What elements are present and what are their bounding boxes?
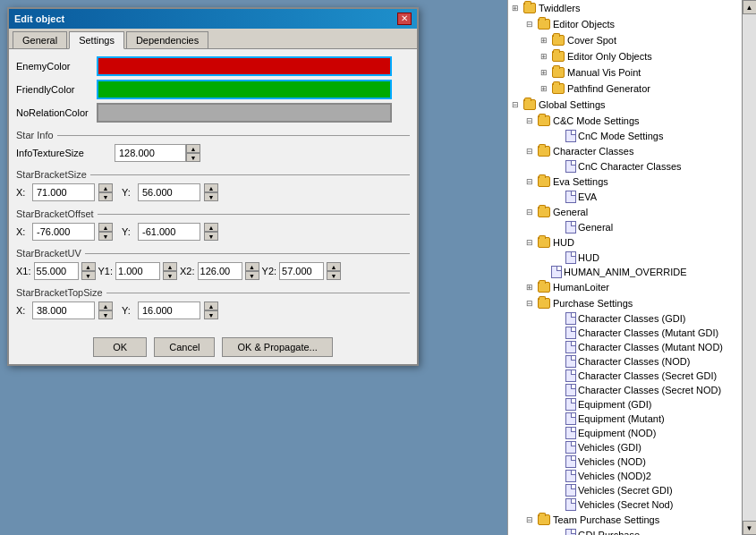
no-relation-color-swatch[interactable] [97,103,392,123]
collapse-icon[interactable]: ⊟ [522,205,537,219]
spin-down[interactable]: ▼ [204,192,218,201]
tab-settings[interactable]: Settings [69,31,124,49]
cancel-button[interactable]: Cancel [154,337,215,357]
tree-item-global-settings[interactable]: ⊟Global Settings [508,97,756,113]
collapse-icon[interactable]: ⊟ [522,513,537,527]
tree-label: Team Purchase Settings [553,514,659,525]
bracket-size-y-input[interactable] [138,183,200,201]
tree-label: Cover Spot [567,35,616,46]
tree-item-purchase-settings[interactable]: ⊟Purchase Settings [508,295,756,311]
ok-button[interactable]: OK [93,337,147,357]
tree-item-eva[interactable]: EVA [508,190,756,204]
tree-item-equipment-gdi[interactable]: Equipment (GDI) [508,397,756,412]
collapse-icon[interactable]: ⊟ [522,144,537,158]
tree-item-hud-folder[interactable]: ⊟HUD [508,234,756,251]
spin-up[interactable]: ▲ [204,223,218,232]
tree-item-human-anim-override[interactable]: HUMAN_ANIM_OVERRIDE [508,265,756,279]
tree-label: GDI Purchase [578,530,640,535]
spin-up[interactable]: ▲ [204,301,218,310]
spin-up[interactable]: ▲ [98,223,113,232]
tree-item-equipment-mutant[interactable]: Equipment (Mutant) [508,412,756,426]
tree-item-vehicles-nod[interactable]: Vehicles (NOD) [508,454,756,469]
tree-scrollbar[interactable]: ▲ ▼ [742,0,756,535]
tree-item-character-classes-mutant-gdi[interactable]: Character Classes (Mutant GDI) [508,326,756,340]
tree-item-eva-settings[interactable]: ⊟Eva Settings [508,174,756,190]
tree-item-equipment-nod[interactable]: Equipment (NOD) [508,426,756,440]
spin-up[interactable]: ▲ [186,144,200,153]
spin-down[interactable]: ▼ [186,153,200,162]
bracket-size-x-input[interactable] [32,183,95,201]
tree-item-vehicles-gdi[interactable]: Vehicles (GDI) [508,440,756,454]
spin-up[interactable]: ▲ [81,262,96,271]
spin-down[interactable]: ▼ [98,310,113,319]
spin-up[interactable]: ▲ [204,183,218,192]
y2-input[interactable] [279,262,324,280]
collapse-icon[interactable]: ⊟ [522,296,537,310]
spin-down[interactable]: ▼ [98,232,113,241]
y1-input[interactable] [115,262,160,280]
spin-down[interactable]: ▼ [327,271,341,280]
collapse-icon[interactable]: ⊟ [522,114,537,128]
expand-icon[interactable]: ⊞ [537,33,551,47]
spin-up[interactable]: ▲ [245,262,259,271]
top-x-input[interactable] [32,301,95,319]
collapse-icon[interactable]: ⊟ [522,17,537,31]
spin-up[interactable]: ▲ [98,301,113,310]
bracket-offset-x-input[interactable] [32,223,95,241]
spin-down[interactable]: ▼ [204,232,218,241]
ok-propagate-button[interactable]: OK & Propagate... [222,337,332,357]
tree-item-character-classes-mutant-nod[interactable]: Character Classes (Mutant NOD) [508,340,756,354]
spin-down[interactable]: ▼ [98,192,113,201]
tree-item-character-classes-secret-nod[interactable]: Character Classes (Secret NOD) [508,383,756,397]
tree-item-general[interactable]: ⊟General [508,204,756,220]
tree-item-hud-doc[interactable]: HUD [508,251,756,265]
tab-dependencies[interactable]: Dependencies [126,31,208,48]
spin-up[interactable]: ▲ [98,183,113,192]
tree-item-cnc-mode-settings-sub[interactable]: CnC Mode Settings [508,129,756,143]
tree-item-team-purchase-settings[interactable]: ⊟Team Purchase Settings [508,512,756,528]
top-y-input[interactable] [138,301,200,319]
bracket-offset-y-input[interactable] [138,223,200,241]
tree-item-cnc-mode-settings[interactable]: ⊟C&C Mode Settings [508,113,756,129]
spin-down[interactable]: ▼ [163,271,177,280]
expand-icon[interactable]: ⊞ [537,65,551,80]
collapse-icon[interactable]: ⊟ [522,174,537,189]
tree-item-editor-only-objects[interactable]: ⊞Editor Only Objects [508,48,756,64]
tree-item-character-classes-nod[interactable]: Character Classes (NOD) [508,354,756,369]
close-button[interactable]: ✕ [397,13,412,25]
spin-up[interactable]: ▲ [327,262,341,271]
spin-down[interactable]: ▼ [204,310,218,319]
spin-down[interactable]: ▼ [245,271,259,280]
info-texture-size-input[interactable] [115,144,186,162]
expand-icon[interactable]: ⊞ [537,49,551,64]
spin-down[interactable]: ▼ [81,271,96,280]
tree-item-cover-spot[interactable]: ⊞Cover Spot [508,32,756,48]
tree-item-gdi-purchase[interactable]: GDI Purchase [508,528,756,535]
tree-item-vehicles-secret-gdi[interactable]: Vehicles (Secret GDI) [508,483,756,497]
tree-item-pathfind-generator[interactable]: ⊞Pathfind Generator [508,81,756,97]
tab-general[interactable]: General [13,31,67,48]
tree-item-cnc-character-classes[interactable]: CnC Character Classes [508,159,756,174]
enemy-color-swatch[interactable] [97,56,392,76]
tree-item-manual-vis-point[interactable]: ⊞Manual Vis Point [508,64,756,81]
expand-icon[interactable]: ⊞ [508,1,522,15]
x2-input[interactable] [198,262,242,280]
x1-input[interactable] [34,262,79,280]
tree-item-vehicles-secret-nod[interactable]: Vehicles (Secret Nod) [508,497,756,512]
expand-icon[interactable]: ⊞ [522,280,537,294]
collapse-icon[interactable]: ⊟ [522,235,537,250]
tree-item-character-classes-gdi[interactable]: Character Classes (GDI) [508,311,756,326]
spin-up[interactable]: ▲ [163,262,177,271]
tree-item-general-doc[interactable]: General [508,220,756,234]
tree-item-vehicles-nod2[interactable]: Vehicles (NOD)2 [508,469,756,483]
tree-item-human-loiter[interactable]: ⊞HumanLoiter [508,279,756,295]
tree-item-character-classes[interactable]: ⊟Character Classes [508,143,756,159]
scroll-down-arrow[interactable]: ▼ [743,521,757,535]
scroll-up-arrow[interactable]: ▲ [743,0,757,14]
tree-item-twiddlers[interactable]: ⊞Twiddlers [508,0,756,16]
friendly-color-swatch[interactable] [97,80,392,99]
collapse-icon[interactable]: ⊟ [508,98,522,112]
expand-icon[interactable]: ⊞ [537,81,551,96]
tree-item-character-classes-secret-gdi[interactable]: Character Classes (Secret GDI) [508,369,756,383]
tree-item-editor-objects[interactable]: ⊟Editor Objects [508,16,756,32]
